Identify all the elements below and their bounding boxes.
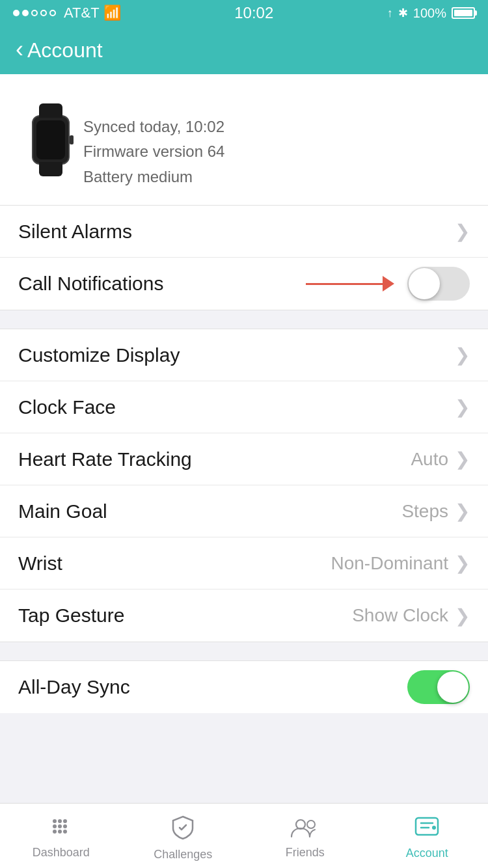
- heart-rate-label: Heart Rate Tracking: [18, 448, 192, 470]
- toggle-thumb: [409, 268, 440, 299]
- svg-point-1: [58, 819, 62, 823]
- dashboard-icon: [51, 817, 72, 843]
- tap-gesture-value: Show Clock: [352, 605, 448, 626]
- wifi-icon: 📶: [103, 5, 121, 21]
- svg-point-7: [58, 830, 62, 834]
- svg-point-4: [58, 824, 62, 828]
- row-wrist[interactable]: Wrist Non-Dominant ❯: [0, 537, 488, 590]
- signal-dot-5: [49, 10, 56, 16]
- watch-strap-top: [39, 103, 62, 118]
- silent-alarms-right: ❯: [455, 221, 470, 242]
- call-notifications-right: [306, 267, 470, 301]
- all-day-sync-thumb: [437, 671, 468, 703]
- device-info: ​ Synced today, 10:02 Firmware version 6…: [83, 90, 470, 189]
- location-icon: ↑: [387, 7, 393, 20]
- heart-rate-value: Auto: [411, 449, 448, 470]
- device-battery: Battery medium: [83, 165, 470, 189]
- back-chevron-icon: ‹: [16, 38, 23, 61]
- row-call-notifications[interactable]: Call Notifications: [0, 258, 488, 310]
- tab-friends[interactable]: Friends: [244, 812, 366, 860]
- all-day-sync-label: All-Day Sync: [18, 676, 130, 698]
- signal-dot-1: [13, 10, 20, 16]
- clock-face-right: ❯: [455, 396, 470, 418]
- row-main-goal[interactable]: Main Goal Steps ❯: [0, 485, 488, 537]
- main-goal-value: Steps: [401, 501, 448, 522]
- friends-tab-label: Friends: [286, 846, 325, 860]
- row-all-day-sync[interactable]: All-Day Sync: [0, 661, 488, 713]
- device-name-partial: ​: [83, 90, 470, 111]
- watch-button: [70, 135, 74, 144]
- device-firmware: Firmware version 64: [83, 139, 470, 164]
- svg-point-0: [53, 819, 57, 823]
- tap-gesture-right: Show Clock ❯: [352, 605, 470, 627]
- svg-point-10: [307, 821, 315, 828]
- battery-percent: 100%: [413, 6, 446, 21]
- silent-alarms-chevron: ❯: [455, 221, 470, 242]
- wrist-right: Non-Dominant ❯: [331, 552, 470, 574]
- call-notifications-label: Call Notifications: [18, 273, 163, 295]
- status-left: AT&T 📶: [13, 5, 121, 21]
- row-heart-rate[interactable]: Heart Rate Tracking Auto ❯: [0, 433, 488, 485]
- svg-point-5: [63, 824, 67, 828]
- arrow-indicator: [306, 276, 394, 292]
- row-customize-display[interactable]: Customize Display ❯: [0, 329, 488, 381]
- challenges-tab-label: Challenges: [154, 848, 212, 861]
- friends-icon: [290, 817, 320, 843]
- clock-face-chevron: ❯: [455, 396, 470, 418]
- main-goal-right: Steps ❯: [401, 500, 470, 522]
- list-section-3: All-Day Sync: [0, 661, 488, 713]
- device-image: [18, 101, 83, 179]
- svg-point-2: [63, 819, 67, 823]
- watch-body: [32, 115, 70, 165]
- row-clock-face[interactable]: Clock Face ❯: [0, 381, 488, 433]
- customize-display-chevron: ❯: [455, 344, 470, 366]
- watch-screen: [36, 120, 65, 159]
- wrist-label: Wrist: [18, 552, 62, 575]
- list-section-2: Customize Display ❯ Clock Face ❯ Heart R…: [0, 329, 488, 642]
- heart-rate-chevron: ❯: [455, 448, 470, 470]
- tab-dashboard[interactable]: Dashboard: [0, 812, 122, 860]
- row-tap-gesture[interactable]: Tap Gesture Show Clock ❯: [0, 590, 488, 642]
- call-notifications-toggle[interactable]: [407, 267, 470, 301]
- back-button[interactable]: ‹ Account: [16, 38, 103, 62]
- arrow-head: [383, 276, 394, 292]
- status-right: ↑ ✱ 100%: [387, 6, 475, 21]
- wrist-value: Non-Dominant: [331, 553, 448, 574]
- signal-dot-4: [40, 10, 47, 16]
- svg-point-3: [53, 824, 57, 828]
- list-section-1: Silent Alarms ❯ Call Notifications: [0, 206, 488, 310]
- svg-point-8: [63, 830, 67, 834]
- tap-gesture-label: Tap Gesture: [18, 604, 124, 627]
- svg-point-14: [432, 826, 436, 830]
- tap-gesture-chevron: ❯: [455, 605, 470, 627]
- clock-face-label: Clock Face: [18, 396, 116, 418]
- device-card: ​ Synced today, 10:02 Firmware version 6…: [0, 74, 488, 206]
- row-silent-alarms[interactable]: Silent Alarms ❯: [0, 206, 488, 258]
- wrist-chevron: ❯: [455, 552, 470, 574]
- signal-dots: [13, 10, 56, 16]
- carrier-label: AT&T: [64, 5, 100, 21]
- main-goal-label: Main Goal: [18, 500, 107, 522]
- heart-rate-right: Auto ❯: [411, 448, 470, 470]
- main-goal-chevron: ❯: [455, 500, 470, 522]
- nav-bar: ‹ Account: [0, 26, 488, 74]
- signal-dot-2: [22, 10, 29, 16]
- all-day-sync-toggle[interactable]: [407, 670, 470, 704]
- watch-strap-bottom: [39, 162, 62, 176]
- arrow-line: [306, 283, 384, 285]
- tab-challenges[interactable]: Challenges: [122, 810, 245, 861]
- customize-display-label: Customize Display: [18, 344, 180, 366]
- device-synced: Synced today, 10:02: [83, 115, 470, 139]
- section-gap-2: [0, 642, 488, 661]
- customize-display-right: ❯: [455, 344, 470, 366]
- nav-back-label: Account: [27, 38, 103, 62]
- bluetooth-icon: ✱: [398, 6, 408, 20]
- section-gap-1: [0, 310, 488, 329]
- tab-bar: Dashboard Challenges Friends: [0, 803, 488, 868]
- challenges-icon: [172, 815, 194, 845]
- svg-point-6: [53, 830, 57, 834]
- status-bar: AT&T 📶 10:02 ↑ ✱ 100%: [0, 0, 488, 26]
- silent-alarms-label: Silent Alarms: [18, 221, 132, 243]
- tab-account[interactable]: Account: [366, 811, 489, 860]
- battery-fill: [454, 10, 472, 16]
